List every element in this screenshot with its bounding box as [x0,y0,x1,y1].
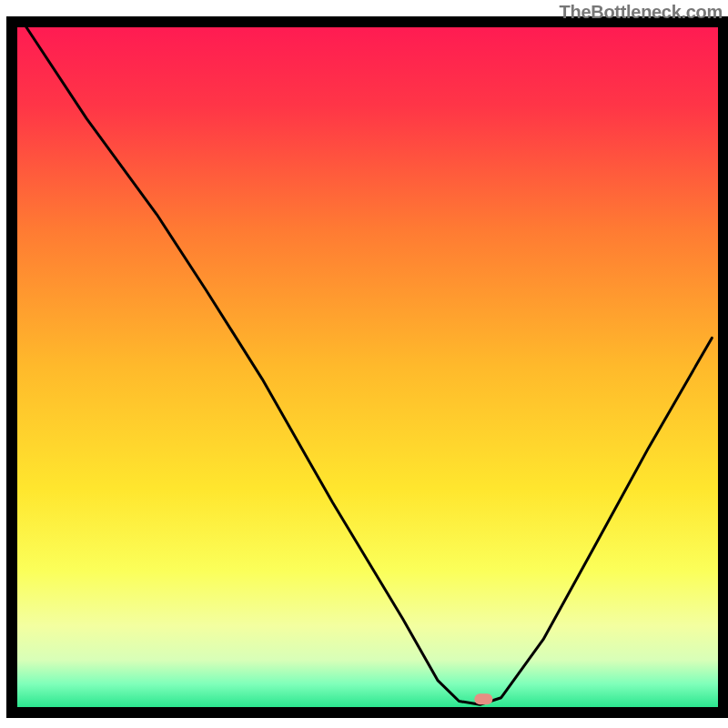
watermark-text: TheBottleneck.com [560,2,723,23]
bottleneck-chart: TheBottleneck.com [0,0,728,728]
chart-background-gradient [16,23,719,708]
optimal-point-marker [474,693,492,704]
chart-svg [0,0,728,728]
